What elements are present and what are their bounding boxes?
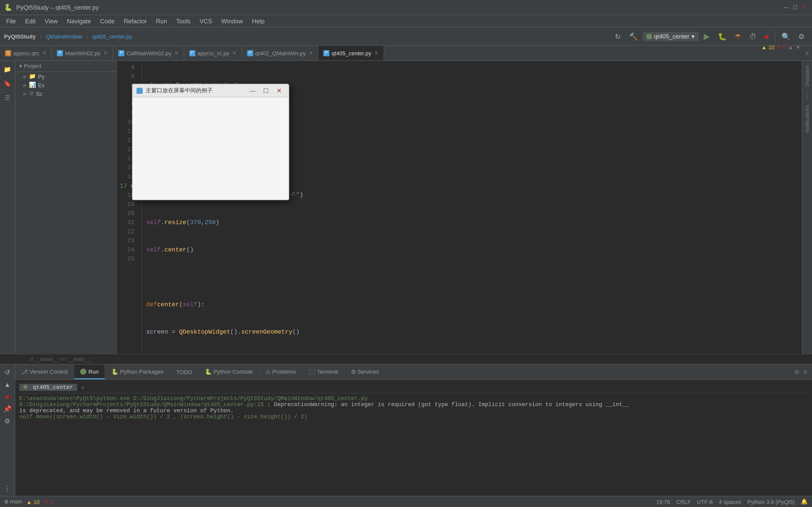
app-logo: 🐍 (4, 4, 12, 11)
tree-arrow-2: ▶ (23, 82, 27, 88)
pin-button[interactable]: 📌 (2, 403, 13, 414)
tab-close-4[interactable]: ✕ (232, 50, 236, 56)
more-button[interactable]: ⋮ (2, 483, 13, 494)
float-title: 主窗口放在屏幕中间的例子 (137, 87, 213, 94)
tab-apprcc-qrc[interactable]: Q apprcc.qrc ✕ (0, 46, 52, 60)
tab-problems[interactable]: ⚠ Problems (260, 364, 302, 379)
output-line-4: self.move((screen.width() - size.width()… (19, 414, 808, 420)
indent-info[interactable]: 4 spaces (719, 499, 741, 505)
rerun-button[interactable]: ↺ (2, 367, 13, 378)
menu-refactor[interactable]: Refactor (120, 16, 151, 25)
menu-help[interactable]: Help (248, 16, 268, 25)
problems-tab-label: ⚠ Problems (266, 369, 296, 375)
tab-close-3[interactable]: ✕ (174, 50, 179, 56)
notifications-label[interactable]: Notifications (804, 105, 810, 132)
minimize-button[interactable]: — (782, 4, 790, 11)
debug-button[interactable]: 🐛 (715, 31, 729, 42)
bottom-close[interactable]: ✕ (803, 368, 808, 376)
close-button[interactable]: ✕ (801, 4, 808, 11)
tab-qt405[interactable]: P qt405_center.py ✕ (318, 46, 384, 60)
filter-button[interactable]: ⚙ (2, 415, 13, 427)
float-minimize[interactable]: — (247, 86, 258, 95)
line-24: 24 (117, 245, 138, 255)
tree-item-ex[interactable]: ▶ 📊 Ex (15, 80, 116, 89)
bottom-main: ⎇ Version Control Run 🐍 Python Packages … (15, 364, 812, 496)
line-ending[interactable]: CRLF (676, 499, 691, 505)
maximize-button[interactable]: ☐ (792, 4, 799, 11)
tree-item-sc[interactable]: ▶ ⚙ Sc (15, 89, 116, 98)
position-indicator[interactable]: 19:76 (656, 499, 670, 505)
git-branch[interactable]: ⊕ main (4, 498, 22, 505)
database-label[interactable]: Database (804, 65, 810, 87)
project-view-icon[interactable]: 📁 (1, 63, 14, 76)
tab-mainwin02[interactable]: P MainWin02.py ✕ (52, 46, 113, 60)
float-window[interactable]: 主窗口放在屏幕中间的例子 — ☐ ✕ (132, 83, 289, 200)
tab-qt402[interactable]: P qt402_QMainWin.py ✕ (242, 46, 318, 60)
structure-icon[interactable]: ☰ (1, 91, 14, 104)
app-window: 🐍 PyQt5Study – qt405_center.py — ☐ ✕ Fil… (0, 0, 812, 507)
tab-close-5[interactable]: ✕ (309, 50, 313, 56)
menu-file[interactable]: File (2, 16, 20, 25)
bottom-panel-controls: ⚙ ✕ (790, 364, 812, 379)
menu-view[interactable]: View (41, 16, 62, 25)
line-23: 23 (117, 236, 138, 245)
tree-item-py[interactable]: ▶ 📁 Py (15, 72, 116, 80)
settings-button[interactable]: ⚙ (795, 31, 808, 42)
tab-services[interactable]: ⚙ Services (345, 364, 386, 379)
play-button[interactable]: ▶ (701, 30, 713, 43)
run-up-button[interactable]: ▲ (2, 379, 13, 390)
output-warning-file: D:/DingJiaxiong/PycharmProjects/PyQt5Stu… (19, 402, 264, 408)
breadcrumb-text: if __name__ == '__main__' (31, 356, 91, 362)
refresh-button[interactable]: ↻ (612, 31, 624, 42)
tab-version-control[interactable]: ⎇ Version Control (15, 364, 74, 379)
build-button[interactable]: 🔨 (626, 31, 641, 42)
tab-apprcc-rc[interactable]: P apprcc_rc.py ✕ (184, 46, 242, 60)
run-tab-icon (81, 368, 87, 375)
menu-code[interactable]: Code (96, 16, 118, 25)
stop-button[interactable]: ■ (762, 31, 772, 42)
run-tab-label: Run (89, 368, 99, 375)
line-22: 22 (117, 227, 138, 236)
tab-todo[interactable]: TODO (170, 364, 199, 379)
run-config-selector[interactable]: qt405_center ▾ (643, 32, 699, 41)
run-config-label: qt405_center (654, 33, 690, 40)
project-title: ▾ Project (19, 63, 41, 69)
tab-run[interactable]: Run (74, 364, 105, 379)
tab-python-packages[interactable]: 🐍 Python Packages (105, 364, 170, 379)
tab-close-1[interactable]: ✕ (42, 50, 46, 56)
status-bar: ⊕ main ▲ 10 ✕ 1 19:76 CRLF UTF-8 4 space… (0, 496, 812, 507)
menu-navigate[interactable]: Navigate (63, 16, 95, 25)
folder-icon-1: 📁 (29, 73, 36, 79)
toolbar-separator-1: › (40, 33, 42, 40)
tree-label-sc: Sc (36, 91, 43, 97)
coverage-button[interactable]: ☂ (731, 31, 744, 42)
menu-window[interactable]: Window (217, 16, 247, 25)
code-line-12: def center(self): (146, 300, 798, 309)
tab-python-console[interactable]: 🐍 Python Console (199, 364, 259, 379)
float-app-icon (137, 88, 143, 94)
tab-label-4: apprcc_rc.py (197, 50, 229, 56)
float-close[interactable]: ✕ (273, 86, 285, 95)
bottom-tab-bar: ⎇ Version Control Run 🐍 Python Packages … (15, 364, 812, 380)
python-version[interactable]: Python 3.8 (PyQt5) (747, 499, 795, 505)
encoding[interactable]: UTF-8 (697, 499, 713, 505)
float-maximize[interactable]: ☐ (260, 86, 271, 95)
float-title-label: 主窗口放在屏幕中间的例子 (146, 87, 213, 94)
menu-vcs[interactable]: VCS (196, 16, 216, 25)
search-button[interactable]: 🔍 (778, 31, 793, 42)
tab-callmainwin[interactable]: P CallMainWin02.py ✕ (113, 46, 184, 60)
menu-edit[interactable]: Edit (21, 16, 40, 25)
tab-close-2[interactable]: ✕ (104, 50, 108, 56)
profile-button[interactable]: ⏱ (746, 31, 759, 42)
menu-bar: File Edit View Navigate Code Refactor Ru… (0, 15, 812, 27)
stop-run-button[interactable]: ■ (2, 391, 13, 402)
bottom-settings[interactable]: ⚙ (794, 368, 800, 376)
bookmarks-icon[interactable]: 🔖 (1, 77, 14, 90)
run-chip-close[interactable]: ✕ (81, 384, 85, 391)
tab-terminal[interactable]: ⬛ Terminal (302, 364, 345, 379)
menu-tools[interactable]: Tools (172, 16, 195, 25)
tab-more[interactable]: ≡ (802, 46, 812, 60)
activity-bar: 📁 🔖 ☰ (0, 61, 15, 354)
menu-run[interactable]: Run (152, 16, 171, 25)
tab-close-6[interactable]: ✕ (374, 50, 378, 56)
